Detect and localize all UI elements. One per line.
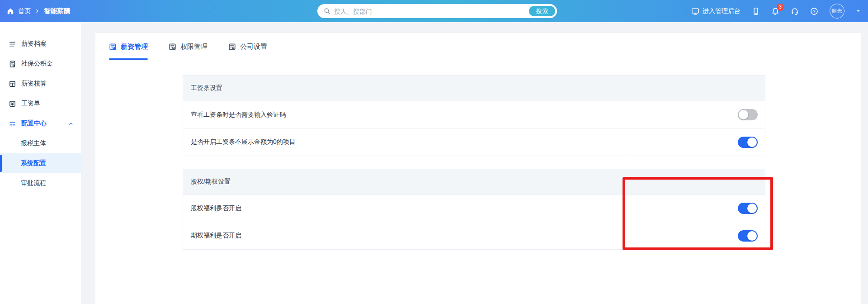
breadcrumb-separator-icon xyxy=(35,9,40,14)
sidebar-subitem-label: 报税主体 xyxy=(21,139,46,147)
support-button[interactable] xyxy=(791,7,799,15)
svg-text:?: ? xyxy=(813,9,815,14)
search-button[interactable]: 搜索 xyxy=(528,5,556,17)
settings-table: 工资条设置查看工资条时是否需要输入验证码是否开启工资条不展示金额为0的项目 xyxy=(183,75,765,156)
tab-doc-icon xyxy=(109,43,117,51)
setting-label: 期权福利是否开启 xyxy=(191,232,241,240)
toggle-knob xyxy=(747,231,757,241)
toggle-switch-off[interactable] xyxy=(738,109,758,120)
table-header-row: 工资条设置 xyxy=(183,76,765,101)
global-search: 搜索 xyxy=(317,4,557,18)
tab[interactable]: 权限管理 xyxy=(169,43,208,59)
sidebar-item-label: 薪资核算 xyxy=(21,80,47,88)
toggle-switch-on[interactable] xyxy=(738,137,758,148)
sidebar-item-label: 薪资档案 xyxy=(21,40,47,48)
breadcrumb-current: 智能薪酬 xyxy=(44,7,70,15)
settings-table: 股权/期权设置股权福利是否开启期权福利是否开启 xyxy=(183,169,765,250)
admin-console-label: 进入管理后台 xyxy=(703,7,741,15)
setting-label: 是否开启工资条不展示金额为0的项目 xyxy=(191,138,296,146)
notification-badge: 3 xyxy=(777,4,784,11)
tab-doc-icon xyxy=(169,43,176,51)
headset-icon xyxy=(791,7,799,15)
table-header-value-cell xyxy=(629,169,765,195)
question-circle-icon: ? xyxy=(810,7,818,15)
app-screen: 首页 智能薪酬 搜索 进入管理后台 xyxy=(0,0,868,304)
sidebar-subitem-label: 系统配置 xyxy=(21,159,46,167)
sidebar-subitem[interactable]: 审批流程 xyxy=(0,173,81,193)
search-input[interactable] xyxy=(334,8,557,15)
toggle-knob xyxy=(739,110,748,119)
table-row: 期权福利是否开启 xyxy=(183,222,765,249)
tab-bar: 薪资管理权限管理公司设置 xyxy=(109,43,850,59)
toggle-switch-on[interactable] xyxy=(738,230,758,242)
search-icon xyxy=(324,8,330,14)
chevron-down-icon[interactable] xyxy=(856,9,861,14)
tab[interactable]: 公司设置 xyxy=(228,43,267,59)
tab[interactable]: 薪资管理 xyxy=(109,43,148,59)
list-icon xyxy=(9,40,16,48)
setting-label: 股权福利是否开启 xyxy=(191,204,241,213)
table-row: 是否开启工资条不展示金额为0的项目 xyxy=(183,128,765,156)
sidebar-item-settings[interactable]: 配置中心 xyxy=(0,114,81,133)
top-navigation-bar: 首页 智能薪酬 搜索 进入管理后台 xyxy=(0,0,868,22)
calculator-icon xyxy=(9,80,16,88)
breadcrumb-home[interactable]: 首页 xyxy=(18,7,31,15)
table-header-title: 股权/期权设置 xyxy=(191,178,231,186)
tab-doc-icon xyxy=(228,43,236,51)
table-header-title: 工资条设置 xyxy=(191,84,222,92)
table-header-value-cell xyxy=(629,76,765,101)
tab-label: 权限管理 xyxy=(180,43,208,51)
sidebar-item-calculator[interactable]: 薪资核算 xyxy=(0,74,81,94)
payslip-icon xyxy=(9,100,16,108)
sidebar-subitem[interactable]: 系统配置 xyxy=(0,153,81,173)
sidebar-item-payslip[interactable]: 工资单 xyxy=(0,94,81,114)
tab-label: 薪资管理 xyxy=(121,43,148,51)
chevron-up-icon xyxy=(68,121,74,127)
sidebar-item-label: 工资单 xyxy=(21,100,40,108)
sidebar: 薪资档案社保公积金薪资核算工资单配置中心报税主体系统配置审批流程 xyxy=(0,22,81,304)
tab-label: 公司设置 xyxy=(240,43,267,51)
monitor-icon xyxy=(691,7,699,15)
content-card: 薪资管理权限管理公司设置 工资条设置查看工资条时是否需要输入验证码是否开启工资条… xyxy=(95,33,861,304)
home-icon[interactable] xyxy=(7,8,14,15)
sidebar-menu: 薪资档案社保公积金薪资核算工资单配置中心报税主体系统配置审批流程 xyxy=(0,34,81,193)
mobile-phone-icon xyxy=(752,7,760,15)
sidebar-item-label: 配置中心 xyxy=(21,119,47,128)
admin-console-link[interactable]: 进入管理后台 xyxy=(691,7,741,15)
toggle-knob xyxy=(747,138,757,147)
sidebar-item-label: 社保公积金 xyxy=(21,60,53,68)
document-icon xyxy=(9,60,16,68)
sidebar-item-document[interactable]: 社保公积金 xyxy=(0,54,81,74)
user-avatar[interactable]: 韶光 xyxy=(830,4,844,19)
setting-label: 查看工资条时是否需要输入验证码 xyxy=(191,111,286,119)
table-row: 查看工资条时是否需要输入验证码 xyxy=(183,101,765,128)
help-button[interactable]: ? xyxy=(810,7,818,15)
topbar-actions: 进入管理后台 3 ? xyxy=(691,0,861,22)
table-row: 股权福利是否开启 xyxy=(183,195,765,222)
mobile-app-button[interactable] xyxy=(752,7,760,15)
sidebar-item-list[interactable]: 薪资档案 xyxy=(0,34,81,54)
toggle-switch-on[interactable] xyxy=(738,203,758,214)
notifications-button[interactable]: 3 xyxy=(771,7,779,15)
breadcrumb: 首页 智能薪酬 xyxy=(7,0,70,22)
sidebar-subitem-label: 审批流程 xyxy=(21,179,46,187)
toggle-knob xyxy=(747,204,757,213)
table-header-row: 股权/期权设置 xyxy=(183,169,765,195)
sidebar-subitem[interactable]: 报税主体 xyxy=(0,133,81,153)
settings-icon xyxy=(9,120,16,128)
